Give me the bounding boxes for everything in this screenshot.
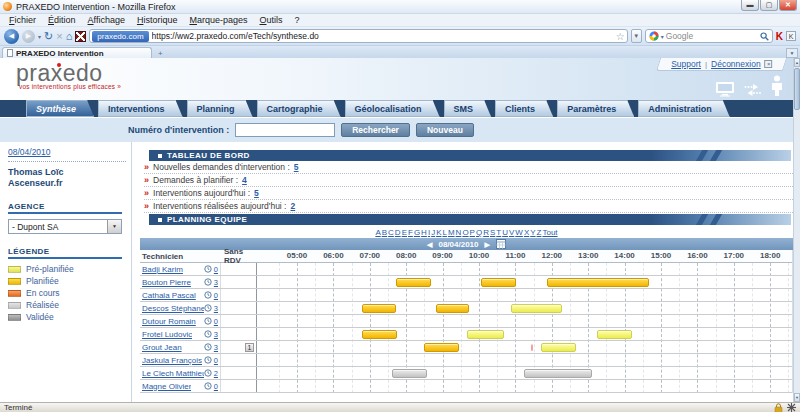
alphabet-link-n[interactable]: N <box>456 228 462 237</box>
intervention-count-link[interactable]: 3 <box>214 304 218 313</box>
menu-item-0[interactable]: Fichier <box>3 15 42 25</box>
back-button[interactable]: ◀ <box>4 29 19 44</box>
alphabet-link-o[interactable]: O <box>462 228 468 237</box>
alphabet-link-p[interactable]: P <box>470 228 475 237</box>
menu-item-4[interactable]: Marque-pages <box>183 15 253 25</box>
technician-link[interactable]: Bouton Pierre <box>142 278 191 287</box>
tab-planning[interactable]: Planning <box>187 100 253 117</box>
alphabet-link-s[interactable]: S <box>490 228 495 237</box>
chevron-down-icon[interactable]: ▼ <box>107 220 121 233</box>
technician-link[interactable]: Jaskula François <box>142 356 202 365</box>
tab-clients[interactable]: Clients <box>495 100 553 117</box>
sidebar-date-link[interactable]: 08/04/2010 <box>8 147 51 157</box>
gantt-bar-planifiee[interactable] <box>436 304 469 313</box>
search-engine-dropdown-icon[interactable]: ▾ <box>661 33 664 40</box>
menu-item-5[interactable]: Outils <box>254 15 289 25</box>
gantt-bar-planifiee[interactable] <box>424 343 459 352</box>
virtual-keyboard-icon[interactable]: K <box>786 31 796 41</box>
dashboard-item-value-link[interactable]: 4 <box>242 175 247 185</box>
urlbar-dropdown-button[interactable]: ▼ <box>631 29 642 43</box>
alphabet-link-z[interactable]: Z <box>537 228 542 237</box>
gantt-bar-planifiee[interactable] <box>362 330 397 339</box>
intervention-count-link[interactable]: 2 <box>214 369 218 378</box>
intervention-count-link[interactable]: 0 <box>214 317 218 326</box>
gantt-bar-realisee[interactable] <box>392 369 427 378</box>
intervention-count-link[interactable]: 0 <box>214 356 218 365</box>
tab-list-button[interactable]: ▼ <box>786 48 798 58</box>
intervention-count-link[interactable]: 3 <box>214 343 218 352</box>
tab-cartographie[interactable]: Cartographie <box>257 100 341 117</box>
alphabet-link-w[interactable]: W <box>515 228 523 237</box>
alphabet-link-c[interactable]: C <box>388 228 394 237</box>
dashboard-item-value-link[interactable]: 5 <box>294 162 299 172</box>
gantt-bar-planifiee[interactable] <box>362 304 396 313</box>
technician-link[interactable]: Badji Karim <box>142 265 183 274</box>
browser-tab[interactable]: PRAXEDO Intervention <box>2 47 152 58</box>
alphabet-link-y[interactable]: Y <box>530 228 535 237</box>
close-session-icon[interactable]: × <box>764 60 772 68</box>
scrollbar-track[interactable] <box>794 110 800 393</box>
home-icon[interactable]: ⌂ <box>66 31 73 42</box>
alphabet-link-i[interactable]: I <box>428 228 430 237</box>
sans-rdv-badge[interactable]: 1 <box>245 343 254 352</box>
alphabet-link-b[interactable]: B <box>382 228 387 237</box>
alphabet-link-m[interactable]: M <box>448 228 455 237</box>
alphabet-link-tout[interactable]: Tout <box>542 228 557 237</box>
vertical-scrollbar[interactable]: ▲ ▼ <box>793 58 800 402</box>
minimize-button[interactable]: ▬ <box>741 0 759 11</box>
technician-link[interactable]: Dutour Romain <box>142 317 196 326</box>
alphabet-link-g[interactable]: G <box>414 228 420 237</box>
technician-link[interactable]: Cathala Pascal <box>142 291 196 300</box>
web-search-box[interactable]: ▾ Google <box>645 29 773 43</box>
gantt-bar-realisee[interactable] <box>524 369 592 378</box>
history-dropdown-icon[interactable]: ▾ <box>38 33 41 40</box>
scroll-up-icon[interactable]: ▲ <box>794 58 800 67</box>
support-link[interactable]: Support <box>671 59 701 69</box>
intervention-number-input[interactable] <box>235 123 335 137</box>
dashboard-item-value-link[interactable]: 5 <box>254 188 259 198</box>
technician-link[interactable]: Descos Stéphane <box>142 304 204 313</box>
gantt-bar-planifiee[interactable] <box>481 278 516 287</box>
intervention-count-link[interactable]: 3 <box>214 330 218 339</box>
gantt-bar-marker[interactable] <box>531 344 533 351</box>
technician-link[interactable]: Le Clech Matthieu <box>142 369 204 378</box>
calendar-icon[interactable] <box>496 239 506 249</box>
technician-link[interactable]: Magne Olivier <box>142 382 191 391</box>
deconnexion-link[interactable]: Déconnexion <box>711 59 761 69</box>
gantt-bar-preplanifiee[interactable] <box>467 330 504 339</box>
nouveau-button[interactable]: Nouveau <box>416 123 474 137</box>
maximize-button[interactable]: ▢ <box>760 0 778 11</box>
technician-link[interactable]: Grout Jean <box>142 343 182 352</box>
new-tab-button[interactable]: + <box>152 49 169 58</box>
scroll-down-icon[interactable]: ▼ <box>794 393 800 402</box>
alphabet-link-t[interactable]: T <box>496 228 501 237</box>
magnifier-icon[interactable] <box>760 32 769 41</box>
stop-icon[interactable]: × <box>56 31 62 42</box>
menu-item-3[interactable]: Historique <box>131 15 184 25</box>
intervention-count-link[interactable]: 0 <box>214 291 218 300</box>
intervention-count-link[interactable]: 3 <box>214 278 218 287</box>
tab-administration[interactable]: Administration <box>638 100 730 117</box>
antivirus-icon[interactable] <box>787 403 796 412</box>
intervention-count-link[interactable]: 0 <box>214 265 218 274</box>
tab-sms[interactable]: SMS <box>444 100 492 117</box>
tab-interventions[interactable]: Interventions <box>98 100 183 117</box>
addon-icon[interactable] <box>75 31 86 42</box>
close-button[interactable]: ✕ <box>779 0 797 11</box>
alphabet-link-l[interactable]: L <box>442 228 446 237</box>
gantt-bar-planifiee[interactable] <box>547 278 649 287</box>
menu-item-2[interactable]: Affichage <box>82 15 131 25</box>
gantt-bar-preplanifiee[interactable] <box>597 330 632 339</box>
alphabet-link-u[interactable]: U <box>502 228 508 237</box>
alphabet-link-v[interactable]: V <box>509 228 514 237</box>
menu-item-6[interactable]: ? <box>289 15 306 25</box>
gantt-bar-preplanifiee[interactable] <box>541 343 576 352</box>
kaspersky-icon[interactable]: K <box>776 31 783 42</box>
scrollbar-thumb[interactable] <box>794 68 800 110</box>
forward-button[interactable]: ▶ <box>22 30 35 43</box>
alphabet-link-f[interactable]: F <box>408 228 413 237</box>
alphabet-link-r[interactable]: R <box>483 228 489 237</box>
alphabet-link-k[interactable]: K <box>436 228 441 237</box>
dashboard-item-value-link[interactable]: 2 <box>290 201 295 211</box>
alphabet-link-x[interactable]: X <box>524 228 529 237</box>
